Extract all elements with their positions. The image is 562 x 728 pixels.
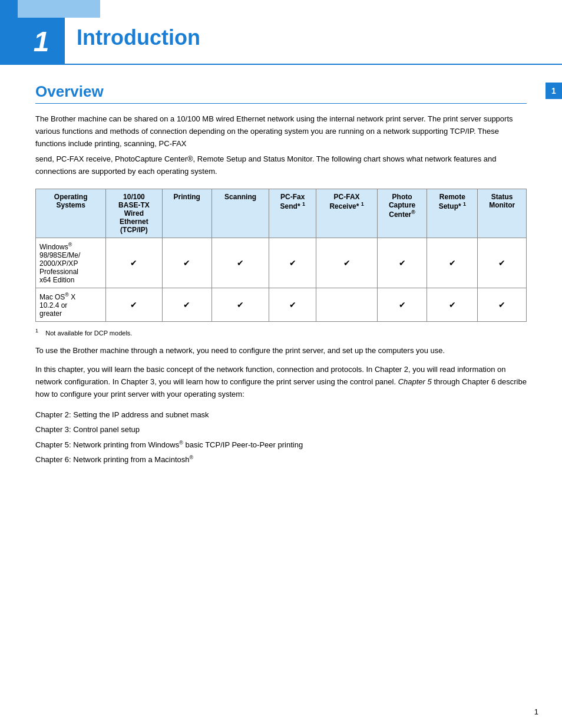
col-header-ethernet: 10/100BASE-TXWiredEthernet(TCP/IP) <box>106 189 162 238</box>
blue-accent-left <box>0 0 18 65</box>
page-number: 1 <box>534 707 538 716</box>
intro-paragraph-1: The Brother machine can be shared on a 1… <box>35 113 527 150</box>
chapter-title: Introduction <box>77 25 200 50</box>
windows-status-monitor: ✔ <box>478 238 527 288</box>
windows-photocapture: ✔ <box>377 238 427 288</box>
mac-printing: ✔ <box>162 288 212 321</box>
windows-pcfax-receive: ✔ <box>316 238 377 288</box>
body-paragraph-1: To use the Brother machine through a net… <box>35 345 527 357</box>
chapter-number: 1 <box>34 25 49 58</box>
col-header-remote-setup: RemoteSetup* 1 <box>427 189 478 238</box>
chapter-link-6: Chapter 6: Network printing from a Macin… <box>35 453 527 467</box>
intro-paragraph-2: send, PC-FAX receive, PhotoCapture Cente… <box>35 153 527 178</box>
chapter-link-5: Chapter 5: Network printing from Windows… <box>35 438 527 452</box>
mac-pcfax-send: ✔ <box>269 288 316 321</box>
windows-printing: ✔ <box>162 238 212 288</box>
right-chapter-tab: 1 <box>546 83 562 99</box>
os-mac: Mac OS® X10.2.4 orgreater <box>36 288 106 321</box>
chapter-number-box: 1 <box>18 18 65 65</box>
section-title: Overview <box>35 83 527 104</box>
mac-remote-setup: ✔ <box>427 288 478 321</box>
col-header-printing: Printing <box>162 189 212 238</box>
header: 1 Introduction <box>0 0 562 65</box>
blue-accent-top <box>18 0 100 18</box>
body-paragraph-2: In this chapter, you will learn the basi… <box>35 364 527 400</box>
table-row: Mac OS® X10.2.4 orgreater ✔ ✔ ✔ ✔ ✔ ✔ ✔ <box>36 288 527 321</box>
windows-remote-setup: ✔ <box>427 238 478 288</box>
col-header-pcfax-send: PC-FaxSend* 1 <box>269 189 316 238</box>
mac-scanning: ✔ <box>212 288 269 321</box>
mac-pcfax-receive <box>316 288 377 321</box>
chapter-link-3: Chapter 3: Control panel setup <box>35 423 527 436</box>
table-row: Windows®98/98SE/Me/2000/XP/XPProfessiona… <box>36 238 527 288</box>
feature-table: OperatingSystems 10/100BASE-TXWiredEther… <box>35 189 527 322</box>
col-header-photocapture: PhotoCaptureCenter® <box>377 189 427 238</box>
mac-photocapture: ✔ <box>377 288 427 321</box>
col-header-pcfax-receive: PC-FAXReceive* 1 <box>316 189 377 238</box>
col-header-status-monitor: StatusMonitor <box>478 189 527 238</box>
col-header-scanning: Scanning <box>212 189 269 238</box>
chapter-link-2: Chapter 2: Setting the IP address and su… <box>35 408 527 421</box>
os-windows: Windows®98/98SE/Me/2000/XP/XPProfessiona… <box>36 238 106 288</box>
mac-status-monitor: ✔ <box>478 288 527 321</box>
table-header-row: OperatingSystems 10/100BASE-TXWiredEther… <box>36 189 527 238</box>
mac-ethernet: ✔ <box>106 288 162 321</box>
col-header-os: OperatingSystems <box>36 189 106 238</box>
main-content: Overview The Brother machine can be shar… <box>0 83 562 503</box>
windows-ethernet: ✔ <box>106 238 162 288</box>
windows-scanning: ✔ <box>212 238 269 288</box>
footnote: 1 Not available for DCP models. <box>35 328 527 337</box>
windows-pcfax-send: ✔ <box>269 238 316 288</box>
